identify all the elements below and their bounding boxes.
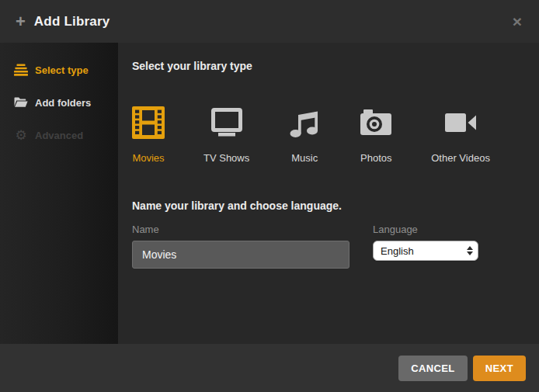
library-name-input[interactable] [132, 241, 349, 269]
library-type-label: TV Shows [203, 152, 249, 164]
sidebar-item-label: Add folders [35, 97, 91, 109]
type-lines-icon [14, 63, 28, 77]
language-select[interactable]: English [373, 241, 478, 261]
library-type-music[interactable]: Music [288, 106, 321, 164]
library-type-label: Music [291, 152, 318, 164]
wizard-steps-sidebar: Select type Add folders ⚙ Advanced [0, 43, 118, 344]
close-icon[interactable]: × [509, 13, 526, 30]
sidebar-item-advanced: ⚙ Advanced [0, 119, 118, 151]
camera-icon [360, 106, 392, 139]
sidebar-item-add-folders[interactable]: Add folders [0, 86, 118, 119]
name-field-group: Name [132, 224, 349, 269]
library-type-tv-shows[interactable]: TV Shows [203, 106, 249, 164]
panel-heading: Select your library type [132, 60, 523, 72]
cancel-button[interactable]: CANCEL [398, 356, 468, 381]
dialog-title: Add Library [34, 14, 110, 29]
select-spinner-icon [467, 246, 473, 255]
library-type-label: Movies [132, 152, 164, 164]
name-language-fields: Name Language English [132, 224, 523, 269]
film-icon [132, 106, 165, 139]
gear-icon: ⚙ [14, 128, 28, 142]
plus-icon: + [16, 13, 26, 30]
language-select-value: English [381, 245, 467, 257]
dialog-body: Select type Add folders ⚙ Advanced Selec… [0, 43, 539, 344]
music-note-icon [288, 106, 321, 139]
sidebar-item-label: Select type [35, 64, 89, 76]
language-field-label: Language [373, 224, 478, 235]
name-language-heading: Name your library and choose language. [132, 199, 523, 212]
library-type-label: Photos [360, 152, 391, 164]
dialog-footer: CANCEL NEXT [0, 344, 539, 392]
library-type-photos[interactable]: Photos [360, 106, 392, 164]
dialog-header: + Add Library × [0, 0, 539, 43]
sidebar-item-select-type[interactable]: Select type [0, 54, 118, 86]
name-field-label: Name [132, 224, 349, 235]
sidebar-item-label: Advanced [35, 130, 83, 141]
add-library-dialog: + Add Library × Select type [0, 0, 539, 392]
library-type-movies[interactable]: Movies [132, 106, 165, 164]
next-button[interactable]: NEXT [473, 356, 526, 381]
select-type-panel: Select your library type [118, 43, 539, 344]
language-field-group: Language English [373, 224, 478, 261]
folder-open-icon [14, 95, 28, 109]
tv-icon [210, 106, 243, 139]
library-type-other-videos[interactable]: Other Videos [431, 106, 490, 164]
library-type-row: Movies TV Shows [132, 106, 523, 164]
library-type-label: Other Videos [431, 152, 490, 164]
camcorder-icon [444, 106, 477, 139]
